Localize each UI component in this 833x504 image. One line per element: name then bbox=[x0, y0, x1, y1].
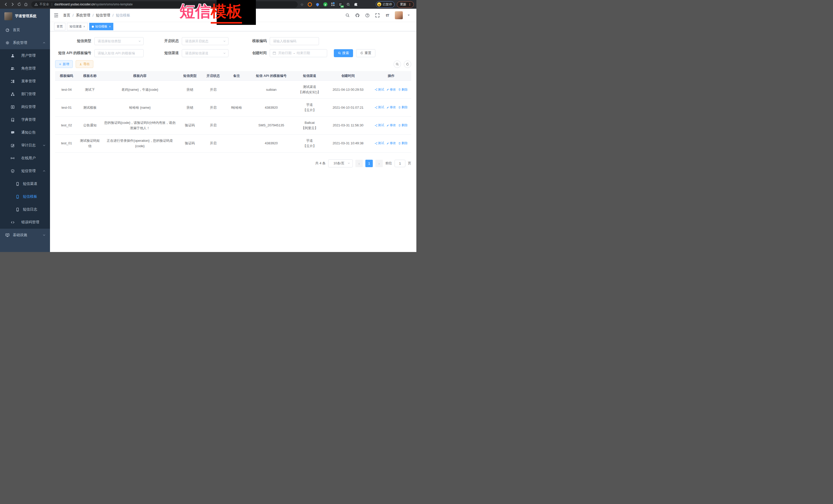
browser-back-icon[interactable] bbox=[3, 1, 9, 8]
browser-forward-icon[interactable] bbox=[9, 1, 16, 8]
menu-tree-icon bbox=[10, 79, 15, 83]
sidebar-item-roles[interactable]: 角色管理 bbox=[0, 62, 50, 75]
user-avatar[interactable] bbox=[395, 11, 403, 19]
test-link[interactable]: 测试 bbox=[375, 141, 384, 146]
sidebar-item-system[interactable]: 系统管理 bbox=[0, 37, 50, 49]
sidebar-item-posts[interactable]: 岗位管理 bbox=[0, 100, 50, 113]
test-link[interactable]: 测试 bbox=[375, 105, 384, 110]
delete-link[interactable]: 删除 bbox=[398, 123, 408, 128]
col-created: 创建时间 bbox=[325, 71, 371, 81]
edit-link[interactable]: 修改 bbox=[386, 105, 396, 110]
sidebar-item-audit-log[interactable]: 审计日志 bbox=[0, 139, 50, 152]
extension-magnifier-icon[interactable] bbox=[346, 2, 351, 7]
page-size-select[interactable]: 10条/页 bbox=[328, 160, 353, 167]
edit-link[interactable]: 修改 bbox=[386, 141, 396, 146]
reset-button[interactable]: 重置 bbox=[356, 49, 375, 57]
sidebar-item-notices[interactable]: 通知公告 bbox=[0, 126, 50, 139]
page-content: 短信类型 开启状态 模板编码 bbox=[50, 31, 416, 167]
extension-orange-ring-icon[interactable] bbox=[308, 2, 312, 7]
security-label: 不安全 bbox=[40, 2, 49, 7]
edit-link[interactable]: 修改 bbox=[386, 87, 396, 92]
refresh-icon[interactable] bbox=[404, 61, 411, 68]
sidebar-item-users[interactable]: 用户管理 bbox=[0, 49, 50, 62]
bookmark-star-icon[interactable]: ☆ bbox=[300, 3, 304, 6]
sidebar-item-sms[interactable]: 短信管理 bbox=[0, 165, 50, 177]
template-code-input[interactable] bbox=[270, 37, 319, 45]
phone-icon bbox=[16, 195, 20, 199]
prev-page-button[interactable]: ‹ bbox=[355, 160, 363, 167]
sidebar-item-infrastructure[interactable]: 基础设施 bbox=[0, 229, 50, 241]
browser-profile-area: 已暂停 更新 ⋮ bbox=[376, 1, 414, 8]
browser-update-button[interactable]: 更新 ⋮ bbox=[397, 1, 414, 8]
toggle-search-icon[interactable] bbox=[394, 61, 401, 68]
close-icon[interactable]: × bbox=[83, 25, 85, 28]
extension-grid-icon[interactable] bbox=[331, 2, 335, 7]
search-icon[interactable] bbox=[345, 13, 350, 18]
export-button[interactable]: 导出 bbox=[76, 60, 93, 68]
table-settings bbox=[394, 61, 411, 68]
extensions-puzzle-icon[interactable] bbox=[354, 2, 358, 7]
profile-paused-badge[interactable]: 已暂停 bbox=[376, 1, 395, 8]
breadcrumb-home[interactable]: 首页 bbox=[63, 13, 70, 18]
sidebar-item-sms-channel[interactable]: 短信渠道 bbox=[0, 177, 50, 190]
edit-icon bbox=[10, 143, 15, 147]
sidebar-item-home[interactable]: 首页 bbox=[0, 24, 50, 37]
users-icon bbox=[10, 66, 15, 71]
security-warning-icon[interactable] bbox=[34, 3, 38, 6]
date-range-picker[interactable]: 开始日期 - 结束日期 bbox=[270, 49, 327, 57]
breadcrumb-sms[interactable]: 短信管理 bbox=[96, 13, 110, 18]
pagination: 共 4 条 10条/页 ‹ 1 › 前往 页 bbox=[55, 160, 411, 167]
status-select[interactable] bbox=[182, 37, 229, 45]
fullscreen-icon[interactable] bbox=[375, 13, 380, 18]
github-icon[interactable] bbox=[355, 13, 360, 18]
channel-select[interactable] bbox=[182, 49, 229, 57]
col-api-template-id: 短信 API 的模板编号 bbox=[248, 71, 294, 81]
delete-link[interactable]: 删除 bbox=[398, 141, 408, 146]
col-status: 开启状态 bbox=[202, 71, 224, 81]
delete-link[interactable]: 删除 bbox=[398, 87, 408, 92]
browser-menu-icon[interactable]: ⋮ bbox=[408, 3, 411, 6]
sidebar-item-sms-template[interactable]: 短信模板 bbox=[0, 190, 50, 203]
test-link[interactable]: 测试 bbox=[375, 123, 384, 128]
chevron-up-icon bbox=[43, 169, 46, 172]
avatar-caret-icon[interactable] bbox=[408, 15, 410, 16]
extension-list-on-icon[interactable]: on bbox=[338, 2, 343, 7]
navbar-actions: tT bbox=[345, 11, 410, 19]
api-template-label: 短信 API 的模板编号 bbox=[55, 51, 94, 55]
current-page-button[interactable]: 1 bbox=[365, 160, 373, 167]
add-button[interactable]: 新增 bbox=[55, 60, 73, 68]
sidebar-item-error-codes[interactable]: 错误码管理 bbox=[0, 216, 50, 229]
goto-page-input[interactable] bbox=[395, 160, 405, 167]
browser-home-icon[interactable] bbox=[23, 1, 29, 8]
sidebar-item-sms-log[interactable]: 短信日志 bbox=[0, 203, 50, 216]
signal-icon bbox=[10, 156, 15, 160]
tag-sms-template[interactable]: 短信模板 × bbox=[89, 23, 113, 30]
api-template-input[interactable] bbox=[94, 49, 144, 57]
search-button[interactable]: 搜索 bbox=[334, 49, 353, 57]
font-size-icon[interactable]: tT bbox=[385, 13, 390, 18]
tag-home[interactable]: 首页 bbox=[54, 23, 65, 30]
sidebar-item-departments[interactable]: 部门管理 bbox=[0, 88, 50, 100]
next-page-button[interactable]: › bbox=[375, 160, 383, 167]
browser-reload-icon[interactable] bbox=[16, 1, 23, 8]
sidebar-item-online-users[interactable]: 在线用户 bbox=[0, 152, 50, 165]
sms-type-select[interactable] bbox=[94, 37, 144, 45]
org-chart-icon bbox=[10, 92, 15, 96]
extension-green-y-icon[interactable]: y bbox=[323, 2, 327, 7]
edit-link[interactable]: 修改 bbox=[386, 123, 396, 128]
sidebar-collapse-icon[interactable] bbox=[54, 13, 59, 18]
breadcrumb-system[interactable]: 系统管理 bbox=[76, 13, 90, 18]
tag-sms-channel[interactable]: 短信渠道 × bbox=[67, 23, 88, 30]
sidebar: 芋道管理系统 首页 系统管理 用户管理 角色管理 菜单管理 bbox=[0, 9, 50, 252]
address-bar[interactable]: 不安全 dashboard.yudao.iocoder.cn/system/sm… bbox=[31, 1, 298, 8]
close-icon[interactable]: × bbox=[109, 25, 111, 28]
user-icon bbox=[10, 54, 15, 58]
extension-pin-icon[interactable] bbox=[315, 2, 320, 7]
help-icon[interactable] bbox=[365, 13, 370, 18]
sidebar-item-dictionary[interactable]: 字典管理 bbox=[0, 113, 50, 126]
breadcrumb: 首页 / 系统管理 / 短信管理 / 短信模板 bbox=[63, 13, 130, 18]
delete-link[interactable]: 删除 bbox=[398, 105, 408, 110]
sidebar-item-menus[interactable]: 菜单管理 bbox=[0, 75, 50, 88]
url-host: dashboard.yudao.iocoder.cn bbox=[55, 3, 95, 6]
test-link[interactable]: 测试 bbox=[375, 87, 384, 92]
